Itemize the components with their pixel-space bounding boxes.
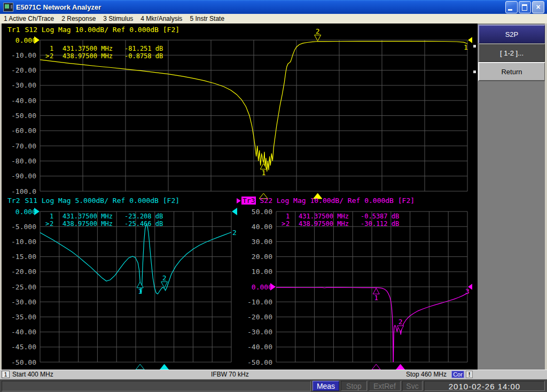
menu-stimulus[interactable]: 3 Stimulus (99, 14, 137, 23)
svg-text:-50.00: -50.00 (11, 358, 36, 366)
trace1-format: S12 Log Mag 10.00dB/ Ref 0.000dB [F2] (25, 26, 179, 34)
stimulus-marker-1-icon (372, 364, 380, 370)
svg-text:-50.00: -50.00 (247, 358, 272, 366)
trace1-marker-readout: 1431.37500 MHz-81.251 dB >2438.97500 MHz… (45, 45, 163, 60)
svg-text:50.00: 50.00 (252, 208, 272, 216)
marker-readout-row: >2438.97500 MHz-30.112 dB (282, 220, 399, 228)
trace3-marker-readout: 1431.37500 MHz-0.5387 dB >2438.97500 MHz… (282, 213, 399, 228)
marker-2-symbol (397, 326, 404, 332)
grid (40, 40, 467, 191)
svg-text:-5.000: -5.000 (11, 223, 36, 231)
marker-2-label: 2 (162, 274, 167, 282)
stop-frequency-label: Stop 460 MHz (406, 371, 447, 379)
svg-text:-40.00: -40.00 (11, 97, 36, 105)
svg-text:-10.00: -10.00 (11, 238, 36, 246)
svg-text:-50.00: -50.00 (11, 112, 36, 120)
marker-1-label: 1 (374, 294, 378, 302)
title-bar: E5071C Network Analyzer × (0, 0, 547, 14)
channel-indicator: 1 (2, 371, 10, 378)
softkey-menu-title: S2P (478, 25, 545, 44)
svg-text:-30.00: -30.00 (11, 298, 36, 306)
stimulus-marker-2-icon (396, 364, 405, 370)
restore-button[interactable] (519, 1, 531, 13)
svg-text:-15.00: -15.00 (11, 253, 36, 261)
svg-text:-40.00: -40.00 (247, 343, 272, 351)
svg-text:0.000: 0.000 (252, 283, 272, 291)
trace-number-label: 1 (464, 43, 468, 51)
trace-markers[interactable]: 12 (259, 27, 322, 199)
minimize-icon (508, 9, 512, 11)
chart-tr2-s11: 0.000-5.000-10.00-15.00-20.00-25.00-30.0… (0, 193, 236, 370)
marker-1-label: 1 (261, 169, 265, 177)
window-title: E5071C Network Analyzer (16, 3, 101, 11)
menu-instr-state[interactable]: 5 Instr State (186, 14, 228, 23)
softkey-scrollbar[interactable] (472, 23, 478, 370)
svc-indicator: Svc (402, 381, 423, 391)
marker-readout-row: 1431.37500 MHz-0.5387 dB (282, 213, 399, 220)
y-axis-tick-labels: 50.0040.0030.0020.0010.000.000-10.00-20.… (247, 208, 272, 366)
marker-readout-row: 1431.37500 MHz-81.251 dB (45, 45, 163, 52)
extref-indicator: ExtRef (369, 381, 401, 391)
warning-indicator: ! (466, 371, 473, 378)
svg-text:-30.00: -30.00 (247, 328, 272, 336)
ifbw-label: IFBW 70 kHz (211, 371, 249, 379)
menu-mkr-analysis[interactable]: 4 Mkr/Analysis (137, 14, 186, 23)
app-icon (3, 3, 13, 12)
svg-text:-90.00: -90.00 (11, 172, 36, 180)
stimulus-marker-1-icon (136, 364, 144, 370)
sweep-stop-indicator: Stop (341, 381, 367, 391)
trace2-header: Tr2S11 Log Mag 5.000dB/ Ref 0.000dB [F2] (7, 197, 179, 205)
trace3-header: Tr3S22 Log Mag 10.00dB/ Ref 0.000dB [F2] (237, 197, 415, 205)
svg-text:30.00: 30.00 (252, 238, 272, 246)
svg-text:-10.00: -10.00 (247, 298, 272, 306)
svg-text:-80.00: -80.00 (11, 157, 36, 165)
softkey-return-button[interactable]: Return (478, 62, 545, 81)
scrollbar-mark (473, 70, 476, 73)
svg-text:-35.00: -35.00 (11, 313, 36, 321)
marker-readout-row: 1431.37500 MHz-23.208 dB (45, 213, 163, 220)
message-area (2, 381, 311, 391)
svg-text:10.00: 10.00 (252, 268, 272, 276)
trace3-format: S22 Log Mag 10.00dB/ Ref 0.000dB [F2] (260, 197, 415, 205)
minimize-button[interactable] (505, 1, 518, 13)
svg-text:-45.00: -45.00 (11, 343, 36, 351)
svg-text:40.00: 40.00 (252, 223, 272, 231)
grid (276, 211, 467, 362)
trace-number-label: 3 (465, 287, 470, 295)
svg-text:-20.00: -20.00 (11, 66, 36, 74)
chart-tr1-s12: 0.000-10.00-20.00-30.00-40.00-50.00-60.0… (0, 23, 472, 205)
scrollbar-mark (473, 45, 476, 48)
menu-response[interactable]: 2 Response (58, 14, 99, 23)
trace3-name: Tr3 (241, 197, 256, 205)
marker-readout-row: >2438.97500 MHz-25.466 dB (45, 220, 163, 228)
svg-text:-25.00: -25.00 (11, 283, 36, 291)
svg-text:-10.00: -10.00 (11, 51, 36, 59)
close-button[interactable]: × (532, 1, 544, 13)
correction-indicator: Cor (451, 371, 464, 378)
stimulus-marker-2-icon (160, 364, 169, 370)
app-window: E5071C Network Analyzer × 1 Active Ch/Tr… (0, 0, 547, 392)
softkey-1-2-button[interactable]: [ 1-2 ]... (478, 43, 545, 62)
grid (40, 211, 231, 362)
active-trace-arrow-icon (237, 198, 241, 203)
datetime-display: 2010-02-26 14:00 (424, 381, 545, 391)
trace-markers[interactable]: 12 (372, 288, 404, 370)
svg-text:-30.00: -30.00 (11, 81, 36, 89)
softkey-sidebar: S2P [ 1-2 ]... Return (472, 23, 547, 370)
marker-2-label: 2 (398, 318, 403, 326)
chart-tr3-s22: 50.0040.0030.0020.0010.000.000-10.00-20.… (236, 193, 472, 370)
menu-bar: 1 Active Ch/Trace 2 Response 3 Stimulus … (0, 14, 547, 24)
trace2-marker-readout: 1431.37500 MHz-23.208 dB >2438.97500 MHz… (45, 213, 163, 228)
trace1-name: Tr1 (7, 26, 20, 34)
svg-text:-40.00: -40.00 (11, 328, 36, 336)
restore-icon (522, 4, 527, 11)
marker-readout-row: >2438.97500 MHz-0.8758 dB (45, 52, 163, 60)
svg-text:-20.00: -20.00 (247, 313, 272, 321)
svg-text:0.000: 0.000 (15, 208, 36, 216)
svg-text:-20.00: -20.00 (11, 268, 36, 276)
close-icon: × (533, 2, 544, 12)
instrument-status-bar: Meas Stop ExtRef Svc 2010-02-26 14:00 (0, 379, 547, 392)
window-border (545, 23, 547, 370)
menu-active-ch-trace[interactable]: 1 Active Ch/Trace (0, 14, 58, 23)
meas-indicator: Meas (312, 381, 339, 391)
